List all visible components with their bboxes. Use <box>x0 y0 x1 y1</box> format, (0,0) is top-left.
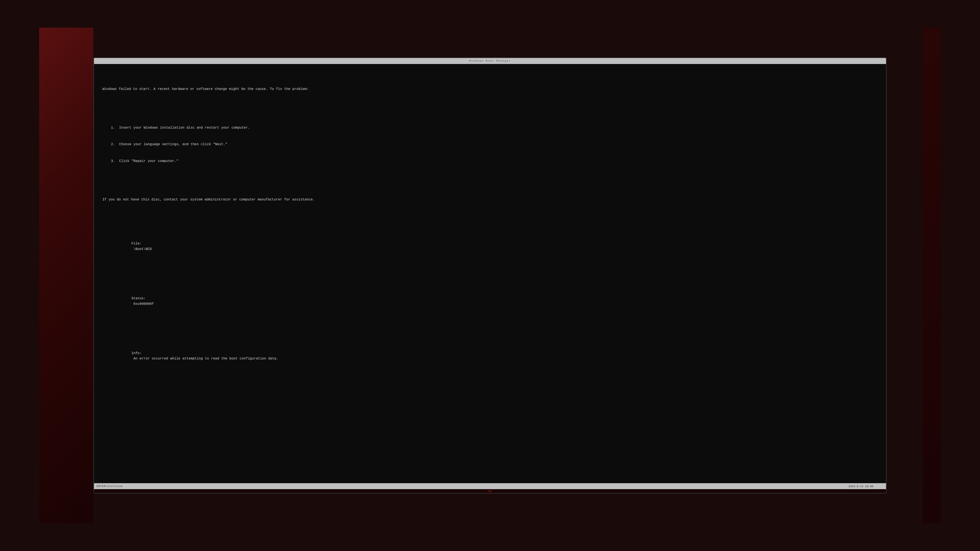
right-decorative-panel <box>923 28 941 524</box>
file-line: File: \Boot\BCD <box>102 235 878 257</box>
status-value: 0xc000000f <box>131 302 154 306</box>
step-1: 1. Insert your Windows installation disc… <box>102 125 878 131</box>
file-label: File: <box>131 242 142 246</box>
lg-logo: LG <box>488 490 492 492</box>
step-2: 2. Choose your language settings, and th… <box>102 142 878 147</box>
error-content: Windows failed to start. A recent hardwa… <box>102 70 878 384</box>
info-label: Info: <box>131 351 142 355</box>
title-bar: Windows Boot Manager <box>94 58 886 64</box>
enter-continue-label: ENTER=Continue <box>97 485 123 488</box>
no-disc-text: If you do not have this disc, contact yo… <box>102 197 878 203</box>
monitor-screen: Windows Boot Manager Windows failed to s… <box>93 57 887 494</box>
step-3: 3. Click "Repair your computer." <box>102 159 878 164</box>
error-heading: Windows failed to start. A recent hardwa… <box>102 87 878 92</box>
info-value: An error occurred while attempting to re… <box>131 357 278 360</box>
info-line: Info: An error occurred while attempting… <box>102 345 878 367</box>
status-line: Status: 0xc000000f <box>102 291 878 312</box>
lg-logo-area: LG <box>94 489 886 493</box>
status-label: Status: <box>131 297 146 300</box>
bottom-bar: ENTER=Continue 2019-8-12 19:08 <box>94 483 886 489</box>
screen-content: Windows failed to start. A recent hardwa… <box>94 64 886 483</box>
left-decorative-panel <box>39 28 93 524</box>
outer-frame: Windows Boot Manager Windows failed to s… <box>39 28 941 524</box>
timestamp: 2019-8-12 19:08 <box>848 485 873 488</box>
title-bar-text: Windows Boot Manager <box>469 59 511 62</box>
file-value: \Boot\BCD <box>131 247 152 251</box>
